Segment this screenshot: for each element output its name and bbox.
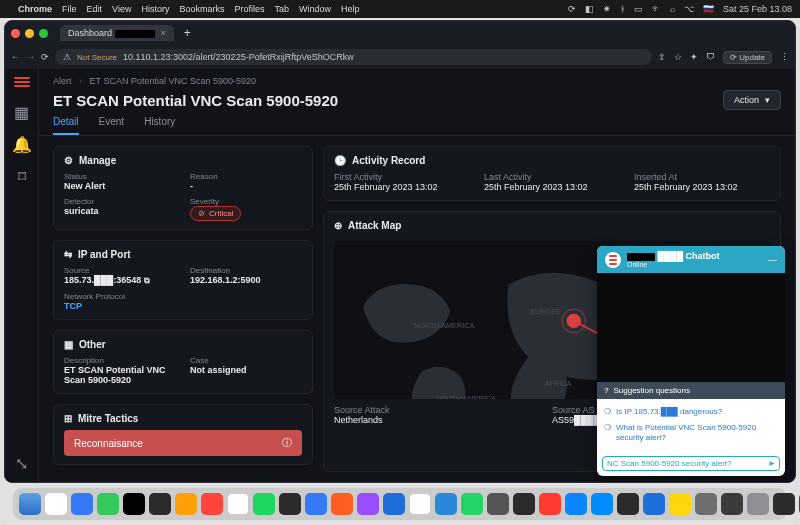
menu-profiles[interactable]: Profiles bbox=[234, 4, 264, 14]
ip-port-card: ⇆IP and Port Source185.73.███:36548 ⧉ De… bbox=[53, 240, 313, 320]
content-tabs: Detail Event History bbox=[39, 110, 795, 136]
source-country: Netherlands bbox=[334, 415, 552, 425]
status-value: New Alert bbox=[64, 181, 176, 191]
menu-window[interactable]: Window bbox=[299, 4, 331, 14]
status-icon[interactable]: ✷ bbox=[603, 4, 611, 14]
chrome-window: Dashboard × + ← → ⟳ ⚠ Not Secure 10.110.… bbox=[4, 20, 796, 483]
svg-text:NORTH AMERICA: NORTH AMERICA bbox=[414, 321, 474, 330]
rail-archive-icon[interactable]: ⌑ bbox=[13, 167, 31, 185]
forward-button[interactable]: → bbox=[26, 52, 35, 62]
clock-icon: 🕒 bbox=[334, 155, 346, 166]
bluetooth-icon[interactable]: ᚼ bbox=[620, 4, 625, 14]
star-icon[interactable]: ☆ bbox=[674, 52, 682, 62]
tab-strip: Dashboard × + bbox=[5, 21, 795, 45]
suggestion-1[interactable]: ❍Is IP 185.73.███ dangerous? bbox=[604, 404, 778, 420]
menubar-app[interactable]: Chrome bbox=[18, 4, 52, 14]
chatbot-body bbox=[597, 273, 785, 382]
menu-view[interactable]: View bbox=[112, 4, 131, 14]
last-activity: 25th February 2023 13:02 bbox=[484, 182, 620, 192]
lock-warning-icon: ⚠ bbox=[63, 52, 71, 62]
suggestions-header: ?Suggestion questions bbox=[597, 382, 785, 399]
tab-detail[interactable]: Detail bbox=[53, 116, 79, 135]
menu-file[interactable]: File bbox=[62, 4, 77, 14]
search-icon[interactable]: ⌕ bbox=[670, 4, 675, 14]
kebab-menu-icon[interactable]: ⋮ bbox=[780, 52, 789, 62]
reload-button[interactable]: ⟳ bbox=[41, 52, 49, 62]
network-icon: ⇆ bbox=[64, 249, 72, 260]
other-card: ▦Other DescriptionET SCAN Potential VNC … bbox=[53, 330, 313, 394]
case-value: Not assigned bbox=[190, 365, 302, 375]
left-rail: ▦ 🔔 ⌑ ⤡ bbox=[5, 69, 39, 482]
breadcrumb-current: ET SCAN Potential VNC Scan 5900-5920 bbox=[90, 76, 256, 86]
svg-text:AFRICA: AFRICA bbox=[545, 379, 572, 388]
menu-edit[interactable]: Edit bbox=[87, 4, 103, 14]
svg-point-5 bbox=[567, 314, 582, 329]
macos-dock[interactable] bbox=[12, 487, 788, 521]
source-ip[interactable]: 185.73.███:36548 ⧉ bbox=[64, 275, 176, 286]
browser-tab[interactable]: Dashboard × bbox=[60, 25, 174, 41]
chatbot-name: ████ Chatbot bbox=[627, 251, 720, 261]
menu-history[interactable]: History bbox=[141, 4, 169, 14]
rail-alerts-icon[interactable]: 🔔 bbox=[13, 135, 31, 153]
rail-expand-icon[interactable]: ⤡ bbox=[13, 454, 31, 472]
action-button[interactable]: Action▾ bbox=[723, 90, 781, 110]
first-activity: 25th February 2023 13:02 bbox=[334, 182, 470, 192]
info-icon: ⓘ bbox=[282, 436, 292, 450]
dest-ip[interactable]: 192.168.1.2:5900 bbox=[190, 275, 302, 285]
chatbot-header[interactable]: ████ Chatbot Online — bbox=[597, 246, 785, 273]
close-tab-icon[interactable]: × bbox=[161, 28, 166, 38]
mitre-tactic-item[interactable]: Reconnaisanceⓘ bbox=[64, 430, 302, 456]
description-value: ET SCAN Potential VNC Scan 5900-5920 bbox=[64, 365, 176, 385]
address-bar: ← → ⟳ ⚠ Not Secure 10.110.1.23:3002/aler… bbox=[5, 45, 795, 69]
control-center-icon[interactable]: ⌥ bbox=[684, 4, 694, 14]
manage-card: ⚙Manage StatusNew Alert Reason- Detector… bbox=[53, 146, 313, 230]
menu-tab[interactable]: Tab bbox=[274, 4, 289, 14]
chevron-down-icon: ▾ bbox=[765, 95, 770, 105]
battery-icon[interactable]: ▭ bbox=[634, 4, 643, 14]
alert-icon: ⊘ bbox=[198, 209, 205, 218]
shield-icon[interactable]: ⛉ bbox=[706, 52, 715, 62]
extensions-icon[interactable]: ✦ bbox=[690, 52, 698, 62]
chat-input[interactable] bbox=[607, 459, 768, 468]
status-icon[interactable]: ⟳ bbox=[568, 4, 576, 14]
minimize-icon[interactable]: — bbox=[768, 255, 777, 265]
question-circle-icon: ❍ bbox=[604, 423, 611, 443]
app-logo[interactable] bbox=[14, 77, 30, 89]
rail-dashboard-icon[interactable]: ▦ bbox=[13, 103, 31, 121]
suggestion-2[interactable]: ❍What is Potential VNC Scan 5900-5920 se… bbox=[604, 420, 778, 446]
chatbot-widget: ████ Chatbot Online — ?Suggestion questi… bbox=[597, 246, 785, 476]
chatbot-status: Online bbox=[627, 261, 720, 268]
url-field[interactable]: ⚠ Not Secure 10.110.1.23:3002/alert/2302… bbox=[55, 49, 652, 65]
wifi-icon[interactable]: ᯤ bbox=[652, 4, 661, 14]
status-icon[interactable]: ◧ bbox=[585, 4, 594, 14]
page-title: ET SCAN Potential VNC Scan 5900-5920 bbox=[53, 92, 338, 109]
tab-event[interactable]: Event bbox=[99, 116, 125, 135]
tab-history[interactable]: History bbox=[144, 116, 175, 135]
back-button[interactable]: ← bbox=[11, 52, 20, 62]
flag-icon[interactable]: 🇷🇺 bbox=[703, 4, 714, 14]
grid-icon: ▦ bbox=[64, 339, 73, 350]
svg-text:SOUTH AMERICA: SOUTH AMERICA bbox=[436, 394, 496, 399]
question-icon: ? bbox=[604, 386, 608, 395]
tab-title: Dashboard bbox=[68, 28, 155, 38]
breadcrumb-root[interactable]: Alert bbox=[53, 76, 72, 86]
url-text: 10.110.1.23:3002/alert/230225-PofetRxijR… bbox=[123, 52, 354, 62]
detector-value: suricata bbox=[64, 206, 176, 216]
question-circle-icon: ❍ bbox=[604, 407, 611, 417]
menubar-clock[interactable]: Sat 25 Feb 13.08 bbox=[723, 4, 792, 14]
svg-text:EUROPE: EUROPE bbox=[530, 307, 561, 316]
menu-help[interactable]: Help bbox=[341, 4, 360, 14]
settings-icon: ⚙ bbox=[64, 155, 73, 166]
not-secure-label: Not Secure bbox=[77, 53, 117, 62]
menu-bookmarks[interactable]: Bookmarks bbox=[179, 4, 224, 14]
new-tab-button[interactable]: + bbox=[180, 26, 195, 40]
macos-menubar: Chrome File Edit View History Bookmarks … bbox=[0, 0, 800, 18]
send-icon[interactable]: ➤ bbox=[768, 459, 775, 468]
external-link-icon: ⧉ bbox=[144, 276, 150, 285]
breadcrumb: Alert › ET SCAN Potential VNC Scan 5900-… bbox=[39, 69, 795, 86]
update-chip[interactable]: ⟳ Update bbox=[723, 51, 772, 64]
window-controls[interactable] bbox=[11, 29, 48, 38]
chat-input-container: ➤ bbox=[602, 456, 780, 471]
share-icon[interactable]: ⇪ bbox=[658, 52, 666, 62]
inserted-at: 25th February 2023 13:02 bbox=[634, 182, 770, 192]
